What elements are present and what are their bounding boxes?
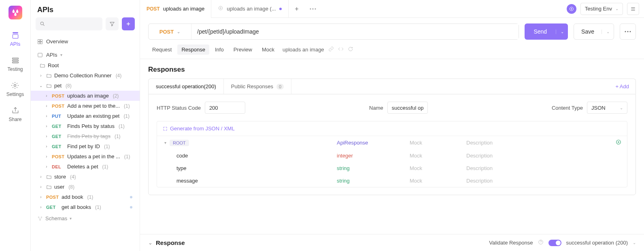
subtab-preview[interactable]: Preview — [230, 45, 256, 55]
field-mock[interactable]: Mock — [410, 153, 462, 159]
url-input[interactable] — [191, 24, 519, 39]
response-name-label: Name — [369, 105, 383, 111]
content-type-select[interactable]: JSON ⌄ — [587, 102, 627, 114]
field-type: ApiResponse — [337, 140, 406, 146]
tab-active[interactable]: POST uploads an image — [140, 0, 211, 17]
field-type: integer — [337, 153, 406, 159]
tree-endpoint[interactable]: ›PUTUpdate an existing pet(1) — [31, 111, 140, 121]
overview-row[interactable]: Overview — [31, 34, 140, 49]
chevron-down-icon[interactable]: ⌄ — [633, 240, 636, 245]
schema-row[interactable]: ▾ROOTApiResponseMockDescription — [157, 136, 627, 149]
subtab-request[interactable]: Request — [148, 45, 176, 55]
add-field-button[interactable] — [616, 139, 621, 146]
field-desc[interactable]: Description — [466, 165, 612, 171]
send-dropdown[interactable]: ⌄ — [556, 30, 568, 34]
add-button[interactable] — [122, 17, 135, 30]
tree-endpoint[interactable]: ›GETFinds Pets by tags(1) — [31, 131, 140, 141]
response-tab-success[interactable]: successful operation(200) — [149, 79, 224, 94]
nav-apis[interactable]: APIs — [10, 31, 20, 47]
field-mock[interactable]: Mock — [410, 165, 462, 171]
endpoint-label: uploads an image — [67, 93, 109, 99]
subtab-response[interactable]: Response — [177, 45, 209, 55]
nav-share[interactable]: Share — [9, 106, 21, 122]
svg-point-17 — [310, 8, 311, 9]
tree-endpoint[interactable]: ›POSTUpdates a pet in the ...(1) — [31, 151, 140, 162]
more-button[interactable] — [620, 23, 636, 40]
tree-endpoint[interactable]: ›POSTadd book(1) — [31, 192, 140, 202]
nav-testing[interactable]: Testing — [7, 56, 23, 72]
svg-point-14 — [41, 217, 42, 217]
validate-toggle[interactable] — [548, 240, 561, 246]
field-desc[interactable]: Description — [466, 178, 612, 184]
menu-button[interactable] — [627, 3, 639, 15]
api-icon — [37, 52, 43, 58]
tree-endpoint[interactable]: ›DELDeletes a pet(1) — [31, 162, 140, 172]
tree-endpoint[interactable]: ›GETFinds Pets by status(1) — [31, 121, 140, 131]
method-selector[interactable]: POST ⌄ — [149, 24, 191, 39]
field-mock[interactable]: Mock — [410, 140, 462, 146]
folder-icon — [40, 63, 45, 68]
add-response-button[interactable]: + Add — [609, 83, 635, 89]
method-badge: POST — [52, 104, 65, 108]
schema-row[interactable]: typestringMockDescription — [157, 162, 627, 174]
sidebar: APIs Overview APIs ▾ Root › Demo Collect… — [31, 0, 140, 251]
menu-icon — [630, 6, 636, 12]
tree-folder-store[interactable]: › store (4) — [31, 172, 140, 182]
chevron-right-icon: › — [44, 94, 49, 98]
save-button[interactable]: Save ⌄ — [574, 23, 614, 40]
root-badge: ROOT — [170, 140, 189, 146]
help-icon[interactable] — [538, 239, 544, 246]
field-desc[interactable]: Description — [466, 140, 612, 146]
apis-section-label[interactable]: APIs ▾ — [31, 49, 140, 60]
link-icon[interactable] — [328, 46, 334, 53]
search-input[interactable] — [36, 17, 102, 30]
filter-button[interactable] — [106, 17, 119, 30]
tree-root[interactable]: Root — [31, 60, 140, 70]
tree-endpoint[interactable]: ›POSTuploads an image(2) — [31, 91, 140, 101]
tab-overflow-button[interactable] — [305, 0, 321, 17]
tree-folder-pet[interactable]: ⌄ pet (8) — [31, 81, 140, 91]
tree-endpoint[interactable]: ›POSTAdd a new pet to the...(1) — [31, 101, 140, 111]
tab-method: POST — [147, 6, 160, 12]
response-name-input[interactable] — [387, 102, 428, 114]
code-icon[interactable] — [338, 46, 344, 53]
chevron-down-icon: ⌄ — [38, 83, 44, 88]
status-code-input[interactable] — [205, 102, 245, 114]
svg-point-5 — [14, 85, 16, 87]
svg-point-19 — [315, 8, 316, 9]
tree-endpoint[interactable]: ›GETFind pet by ID(1) — [31, 141, 140, 151]
response-tab-public[interactable]: Public Responses 0 — [224, 79, 291, 94]
refresh-icon[interactable] — [348, 46, 353, 53]
schema-row[interactable]: messagestringMockDescription — [157, 174, 627, 187]
status-dot-icon — [130, 206, 132, 208]
subtab-info[interactable]: Info — [211, 45, 228, 55]
svg-rect-12 — [38, 53, 43, 57]
nav-settings[interactable]: Settings — [6, 81, 24, 97]
svg-rect-11 — [40, 42, 43, 44]
schema-row[interactable]: codeintegerMockDescription — [157, 149, 627, 162]
send-button[interactable]: Send ⌄ — [525, 23, 568, 40]
schemas-row[interactable]: Schemas ▾ — [31, 212, 140, 225]
chevron-down-icon[interactable]: ⌄ — [148, 240, 153, 246]
nav-rail: APIs Testing Settings Share — [0, 0, 31, 251]
record-button[interactable] — [567, 4, 576, 14]
tab-second[interactable]: uploads an image (... — [211, 0, 288, 17]
new-tab-button[interactable] — [289, 0, 305, 17]
generate-link[interactable]: Generate from JSON / XML — [163, 126, 621, 132]
tree-folder-demo[interactable]: › Demo Collection Runner (4) — [31, 70, 140, 81]
tree-endpoint[interactable]: ›GETget all books(1) — [31, 202, 140, 212]
field-mock[interactable]: Mock — [410, 178, 462, 184]
tab-label: uploads an image (... — [227, 6, 276, 12]
chevron-right-icon: › — [44, 144, 49, 149]
schema-icon — [37, 216, 43, 221]
tree-folder-user[interactable]: › user (8) — [31, 182, 140, 192]
responses-panel: Responses successful operation(200) Publ… — [140, 59, 644, 228]
endpoint-count: (1) — [95, 204, 101, 210]
subtab-mock[interactable]: Mock — [258, 45, 278, 55]
field-desc[interactable]: Description — [466, 153, 612, 159]
save-dropdown[interactable]: ⌄ — [601, 30, 614, 34]
request-row: POST ⌄ Send ⌄ Save ⌄ — [140, 18, 644, 45]
environment-selector[interactable]: Testing Env ⌄ — [580, 3, 623, 15]
picked-response[interactable]: successful operation (200) — [566, 240, 628, 246]
tab-label: uploads an image — [163, 6, 205, 12]
